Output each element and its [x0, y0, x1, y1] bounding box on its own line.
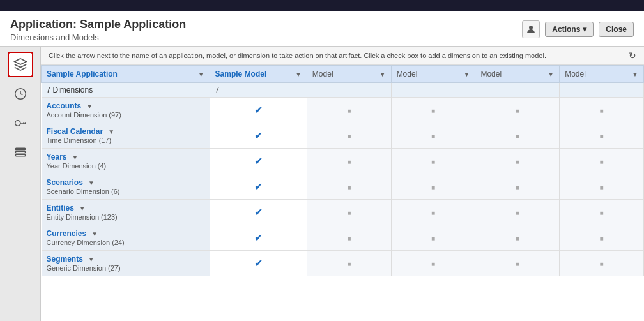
- check-cell-model-1[interactable]: ■: [307, 149, 391, 174]
- col-model-0-label[interactable]: Sample Model: [215, 70, 267, 78]
- user-icon-button[interactable]: [522, 20, 540, 38]
- check-cell-model-4[interactable]: ■: [560, 123, 644, 149]
- check-cell-model-1[interactable]: ■: [307, 200, 391, 225]
- dim-name-link[interactable]: Entities▼: [47, 204, 204, 213]
- sidebar-item-cube[interactable]: [8, 52, 33, 77]
- page-title: Application: Sample Application: [10, 18, 186, 31]
- check-cell-model-3[interactable]: ■: [475, 123, 560, 149]
- dim-name-link[interactable]: Currencies▼: [47, 229, 204, 238]
- check-cell-model-3[interactable]: ■: [475, 174, 560, 200]
- dim-name-cell: Entities▼Entity Dimension (123): [42, 200, 210, 225]
- check-cell-model-2[interactable]: ■: [391, 225, 475, 251]
- table-row: Entities▼Entity Dimension (123)✔■■■■: [42, 200, 644, 225]
- check-cell-model-2[interactable]: ■: [391, 98, 475, 123]
- col-model-1-label: Model: [312, 70, 334, 78]
- square-icon: ■: [516, 260, 519, 267]
- check-cell-model-4[interactable]: ■: [560, 225, 644, 251]
- table-row: Segments▼Generic Dimension (27)✔■■■■: [42, 251, 644, 276]
- dim-name-link[interactable]: Fiscal Calendar▼: [47, 127, 204, 136]
- check-cell-model-2[interactable]: ■: [391, 251, 475, 276]
- square-icon: ■: [431, 184, 435, 191]
- col-app-label[interactable]: Sample Application: [47, 70, 118, 78]
- sidebar-item-key[interactable]: [8, 110, 33, 136]
- square-icon: ■: [516, 107, 519, 114]
- square-icon: ■: [600, 133, 604, 140]
- check-cell-model-4[interactable]: ■: [560, 149, 644, 174]
- dim-name-link[interactable]: Years▼: [47, 153, 204, 161]
- dim-count-label: 7 Dimensions: [47, 86, 93, 94]
- svg-rect-5: [15, 154, 25, 156]
- check-cell-model-3[interactable]: ■: [475, 251, 560, 276]
- check-cell-model-2[interactable]: ■: [391, 174, 475, 200]
- check-cell-model-4[interactable]: ■: [560, 200, 644, 225]
- col-model-0: Sample Model ▼: [210, 66, 307, 83]
- col-model-0-chevron[interactable]: ▼: [295, 71, 302, 78]
- check-cell-model-4[interactable]: ■: [560, 251, 644, 276]
- check-cell-model-1[interactable]: ■: [307, 225, 391, 251]
- checkmark: ✔: [254, 207, 263, 218]
- dim-sub-label: Time Dimension (17): [47, 137, 204, 144]
- check-cell-model-0[interactable]: ✔: [210, 174, 307, 200]
- header-right: Actions ▾ Close: [522, 20, 634, 38]
- check-cell-model-0[interactable]: ✔: [210, 225, 307, 251]
- dim-chevron[interactable]: ▼: [108, 128, 114, 135]
- dim-name-link[interactable]: Segments▼: [47, 255, 204, 264]
- dim-name-cell: Currencies▼Currency Dimension (24): [42, 225, 210, 251]
- check-cell-model-0[interactable]: ✔: [210, 98, 307, 123]
- check-cell-model-3[interactable]: ■: [475, 200, 560, 225]
- info-message: Click the arrow next to the name of an a…: [49, 52, 546, 59]
- checkmark: ✔: [254, 105, 263, 116]
- check-cell-model-3[interactable]: ■: [475, 98, 560, 123]
- dim-sub-label: Year Dimension (4): [47, 162, 204, 170]
- dim-name-link[interactable]: Scenarios▼: [47, 178, 204, 187]
- square-icon: ■: [516, 235, 519, 242]
- square-icon: ■: [347, 158, 351, 165]
- col-model-4-chevron[interactable]: ▼: [632, 71, 638, 78]
- dim-chevron[interactable]: ▼: [72, 154, 79, 161]
- check-cell-model-4[interactable]: ■: [560, 174, 644, 200]
- col-model-3: Model ▼: [475, 66, 560, 83]
- dim-chevron[interactable]: ▼: [88, 256, 95, 263]
- svg-point-2: [15, 121, 20, 126]
- col-model-2-label: Model: [397, 70, 418, 78]
- check-cell-model-3[interactable]: ■: [475, 225, 560, 251]
- check-cell-model-1[interactable]: ■: [307, 251, 391, 276]
- check-cell-model-0[interactable]: ✔: [210, 200, 307, 225]
- dim-sub-label: Entity Dimension (123): [47, 213, 204, 221]
- dim-count-row: 7 Dimensions 7: [42, 83, 644, 98]
- actions-button[interactable]: Actions ▾: [545, 22, 594, 37]
- col-model-1-chevron[interactable]: ▼: [379, 71, 386, 78]
- dimensions-table: Sample Application ▼ Sample Model ▼: [41, 65, 644, 276]
- col-model-4: Model ▼: [560, 66, 644, 83]
- sidebar-item-clock[interactable]: [8, 81, 33, 107]
- square-icon: ■: [516, 184, 519, 191]
- dim-chevron[interactable]: ▼: [79, 205, 86, 212]
- col-model-3-chevron[interactable]: ▼: [548, 71, 554, 78]
- check-cell-model-0[interactable]: ✔: [210, 251, 307, 276]
- check-cell-model-0[interactable]: ✔: [210, 149, 307, 174]
- dim-chevron[interactable]: ▼: [88, 179, 95, 186]
- refresh-icon[interactable]: ↻: [629, 50, 636, 61]
- check-cell-model-2[interactable]: ■: [391, 200, 475, 225]
- checkmark: ✔: [254, 258, 263, 269]
- check-cell-model-2[interactable]: ■: [391, 123, 475, 149]
- sidebar-item-layers[interactable]: [8, 140, 33, 165]
- check-cell-model-3[interactable]: ■: [475, 149, 560, 174]
- dim-name-cell: Fiscal Calendar▼Time Dimension (17): [42, 123, 210, 149]
- svg-rect-3: [15, 148, 25, 150]
- dim-chevron[interactable]: ▼: [86, 103, 93, 110]
- check-cell-model-0[interactable]: ✔: [210, 123, 307, 149]
- check-cell-model-1[interactable]: ■: [307, 123, 391, 149]
- col-model-2-chevron[interactable]: ▼: [463, 71, 470, 78]
- check-cell-model-1[interactable]: ■: [307, 174, 391, 200]
- close-button[interactable]: Close: [599, 22, 634, 37]
- check-cell-model-4[interactable]: ■: [560, 98, 644, 123]
- checkmark: ✔: [254, 156, 263, 167]
- dim-chevron[interactable]: ▼: [91, 230, 98, 237]
- content-area: Click the arrow next to the name of an a…: [0, 47, 644, 321]
- col-model-3-label: Model: [480, 70, 502, 78]
- dim-name-link[interactable]: Accounts▼: [47, 101, 204, 110]
- check-cell-model-1[interactable]: ■: [307, 98, 391, 123]
- col-app-chevron[interactable]: ▼: [198, 71, 204, 78]
- check-cell-model-2[interactable]: ■: [391, 149, 475, 174]
